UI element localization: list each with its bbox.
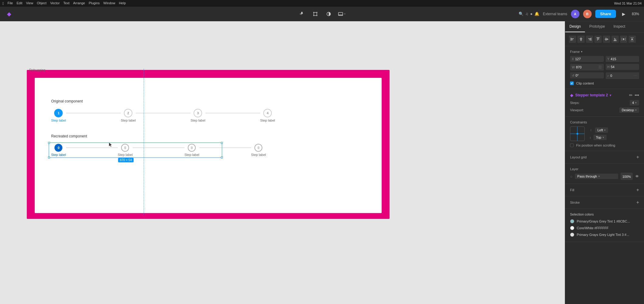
stroke-add-btn[interactable]: + bbox=[636, 200, 639, 205]
menu-vector[interactable]: Vector bbox=[50, 1, 60, 6]
steps-caret-icon[interactable]: ▾ bbox=[635, 101, 637, 104]
fill-add-btn[interactable]: + bbox=[636, 188, 639, 192]
timer-icon[interactable]: ● bbox=[530, 12, 533, 16]
viewport-label: Viewport: bbox=[570, 108, 584, 112]
align-top-btn[interactable] bbox=[594, 36, 602, 43]
contrast-tool[interactable] bbox=[324, 10, 333, 18]
clip-content-row: Clip content bbox=[570, 81, 639, 85]
distribute-v-btn[interactable] bbox=[628, 36, 636, 43]
share-button[interactable]: Share bbox=[595, 10, 616, 18]
blend-mode-selector[interactable]: Pass through ▾ bbox=[575, 174, 618, 179]
zoom-level[interactable]: 83% bbox=[632, 12, 639, 16]
svg-rect-29 bbox=[615, 39, 616, 40]
align-middle-btn[interactable] bbox=[603, 36, 610, 43]
step-3-label: Step label bbox=[191, 119, 205, 122]
svg-rect-26 bbox=[607, 38, 607, 40]
play-button[interactable]: ▶ bbox=[620, 10, 628, 18]
tab-design[interactable]: Design bbox=[565, 21, 585, 32]
menu-edit[interactable]: Edit bbox=[16, 1, 22, 6]
figma-logo[interactable]: ◆ bbox=[5, 10, 13, 18]
menu-help[interactable]: Help bbox=[119, 1, 126, 6]
step-1-circle: 1 bbox=[54, 109, 63, 117]
frame-caret-icon: ▾ bbox=[581, 50, 583, 53]
h-constraint-icon: ↔ bbox=[590, 129, 593, 132]
component-more-icon[interactable]: ••• bbox=[635, 93, 639, 98]
menu-bar[interactable]:  File Edit View Object Vector Text Arra… bbox=[2, 1, 126, 6]
menu-arrange[interactable]: Arrange bbox=[73, 1, 85, 6]
blend-mode-caret-icon: ▾ bbox=[598, 175, 600, 178]
handle-tl[interactable] bbox=[48, 142, 50, 144]
r-step-1-label: Step label bbox=[51, 153, 66, 157]
component-edit-icon[interactable]: ✏ bbox=[629, 93, 633, 98]
color-swatch-1[interactable] bbox=[570, 219, 574, 223]
clip-content-checkbox[interactable] bbox=[570, 81, 574, 85]
color-swatch-2[interactable] bbox=[570, 226, 574, 230]
tab-prototype[interactable]: Prototype bbox=[585, 21, 609, 32]
original-component-section: Original component 1 Step label 2 Step l… bbox=[51, 99, 275, 122]
y-value[interactable]: 415 bbox=[611, 57, 616, 61]
color-item-2: Core/White #FFFFFF bbox=[570, 226, 639, 230]
steps-value[interactable]: 4 bbox=[632, 101, 634, 105]
corner-radius-value[interactable]: 0 bbox=[610, 74, 612, 78]
menu-plugins[interactable]: Plugins bbox=[89, 1, 100, 6]
viewport-caret-icon[interactable]: ▾ bbox=[635, 109, 637, 112]
rotation-value[interactable]: 0° bbox=[576, 74, 579, 77]
color-swatch-3[interactable] bbox=[570, 233, 574, 237]
toolbar-right: 🔍 ♫ ● 🔔 External teams A B Share ▶ 83% bbox=[519, 10, 639, 18]
tab-inspect[interactable]: Inspect bbox=[609, 21, 630, 32]
menu-object[interactable]: Object bbox=[37, 1, 47, 6]
clip-content-label: Clip content bbox=[576, 81, 594, 85]
component-diamond-icon: ◆ bbox=[570, 93, 573, 98]
fill-title: Fill bbox=[570, 188, 574, 192]
menu-apple[interactable]:  bbox=[2, 1, 4, 6]
align-bottom-btn[interactable] bbox=[611, 36, 619, 43]
corner-radius-expand[interactable]: ⋯ bbox=[634, 74, 637, 78]
alignment-section bbox=[565, 33, 644, 46]
frame-tool[interactable] bbox=[311, 10, 320, 18]
handle-bl[interactable] bbox=[48, 157, 50, 158]
frame-label[interactable]: Frame ▾ bbox=[570, 50, 583, 54]
distribute-h-btn[interactable] bbox=[620, 36, 627, 43]
viewport-value[interactable]: Desktop bbox=[622, 108, 634, 112]
constrain-proportions[interactable]: ⛓ bbox=[598, 65, 602, 69]
component-caret[interactable]: ▾ bbox=[610, 93, 611, 97]
v-constraint-value[interactable]: Top ▾ bbox=[593, 135, 607, 140]
x-value[interactable]: 127 bbox=[575, 57, 581, 61]
notification-icon[interactable]: 🔔 bbox=[534, 12, 539, 16]
r-step-2-line bbox=[133, 147, 184, 148]
layout-grid-add-btn[interactable]: + bbox=[636, 155, 639, 160]
status-time: Wed 31 Mar 21:04 bbox=[614, 2, 642, 5]
menu-view[interactable]: View bbox=[26, 1, 33, 6]
step-3: 3 Step label bbox=[191, 109, 205, 122]
svg-rect-28 bbox=[614, 38, 615, 40]
h-constraint-value[interactable]: Left ▾ bbox=[595, 127, 608, 133]
dashed-divider bbox=[144, 69, 144, 215]
move-tool[interactable] bbox=[298, 10, 306, 18]
r-step-2-circle: 0 bbox=[121, 144, 129, 152]
search-icon[interactable]: 🔍 bbox=[519, 12, 523, 16]
align-center-h-btn[interactable] bbox=[577, 36, 585, 43]
fix-position-checkbox[interactable] bbox=[570, 143, 574, 147]
original-component-label: Original component bbox=[51, 99, 275, 103]
visibility-toggle[interactable]: 👁 bbox=[635, 174, 639, 179]
color-name-1: Primary/Grays Grey Tint 1 #8CBC... bbox=[577, 219, 630, 223]
w-value[interactable]: 870 bbox=[576, 65, 581, 69]
constraints-title: Constraints bbox=[570, 120, 587, 124]
v-caret-icon: ▾ bbox=[603, 136, 604, 139]
align-right-btn[interactable] bbox=[586, 36, 593, 43]
frame-section: Frame ▾ X 127 Y 415 bbox=[565, 46, 644, 89]
svg-rect-16 bbox=[580, 38, 582, 39]
color-name-3: Primary Grays Grey Light Tint 3 #... bbox=[577, 233, 629, 237]
menu-window[interactable]: Window bbox=[103, 1, 115, 6]
size-badge: 870 × 54 bbox=[118, 158, 134, 162]
r-step-3-circle: 0 bbox=[188, 144, 196, 152]
viewport-tool[interactable] bbox=[338, 10, 346, 18]
handle-br[interactable] bbox=[221, 157, 223, 158]
opacity-input[interactable]: 100% bbox=[621, 173, 633, 180]
menu-text[interactable]: Text bbox=[63, 1, 69, 6]
svg-rect-17 bbox=[580, 40, 582, 40]
h-value[interactable]: 54 bbox=[611, 65, 614, 69]
align-left-btn[interactable] bbox=[569, 36, 576, 43]
figma-community-icon[interactable]: ♫ bbox=[525, 12, 528, 16]
menu-file[interactable]: File bbox=[8, 1, 13, 6]
